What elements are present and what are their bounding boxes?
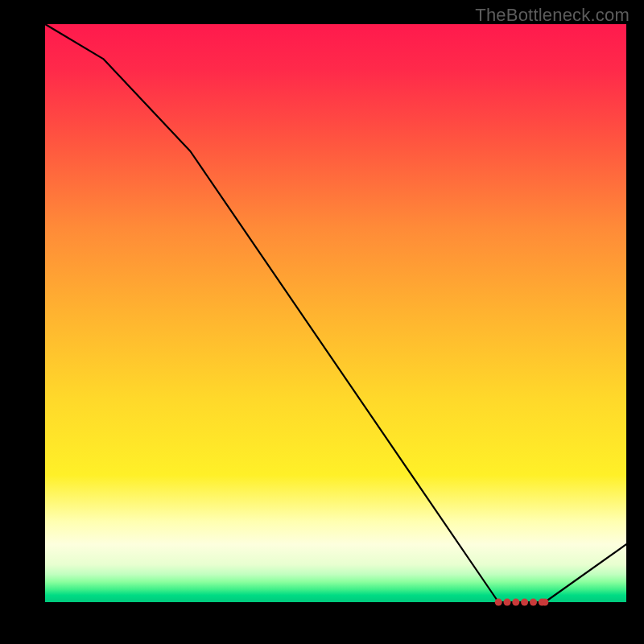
- bottleneck-chart: [0, 0, 644, 644]
- curve-marker: [521, 599, 528, 606]
- curve-marker: [530, 599, 537, 606]
- curve-marker: [512, 599, 519, 606]
- curve-marker: [541, 599, 548, 606]
- curve-marker: [504, 599, 511, 606]
- curve-marker: [495, 599, 502, 606]
- watermark-text: TheBottleneck.com: [475, 5, 630, 26]
- plot-background: [45, 24, 626, 602]
